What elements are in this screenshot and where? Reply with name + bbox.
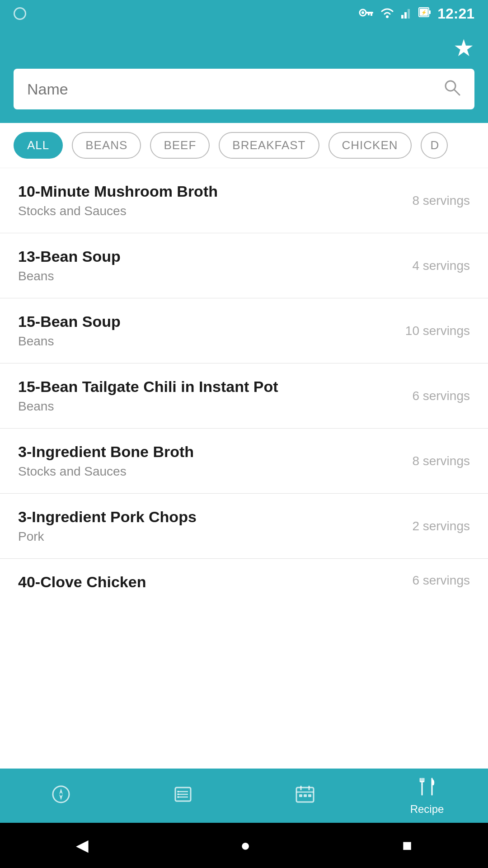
recent-button[interactable]: ■ <box>402 836 412 855</box>
back-button[interactable]: ◀ <box>76 836 89 855</box>
nav-item-calendar[interactable] <box>278 784 332 808</box>
svg-point-22 <box>177 791 179 793</box>
recipe-servings: 4 servings <box>403 259 470 273</box>
recipe-info: 10-Minute Mushroom Broth Stocks and Sauc… <box>18 183 403 218</box>
home-button[interactable]: ● <box>240 836 250 855</box>
calendar-icon <box>295 784 315 808</box>
list-icon <box>173 784 193 808</box>
recipe-name: 15-Bean Tailgate Chili in Instant Pot <box>18 378 403 396</box>
recipe-info: 13-Bean Soup Beans <box>18 248 403 283</box>
recipe-category: Beans <box>18 334 396 349</box>
filter-chip-beans[interactable]: BEANS <box>72 132 141 159</box>
recipe-info: 15-Bean Tailgate Chili in Instant Pot Be… <box>18 378 403 414</box>
table-row[interactable]: 10-Minute Mushroom Broth Stocks and Sauc… <box>0 168 488 233</box>
recipe-name: 10-Minute Mushroom Broth <box>18 183 403 200</box>
filter-chip-chicken[interactable]: CHICKEN <box>328 132 412 159</box>
table-row[interactable]: 15-Bean Soup Beans 10 servings <box>0 298 488 363</box>
table-row[interactable]: 13-Bean Soup Beans 4 servings <box>0 233 488 298</box>
nav-item-list[interactable] <box>156 784 210 808</box>
recipe-servings-partial: 6 servings <box>403 573 470 588</box>
recipe-servings: 10 servings <box>396 324 470 338</box>
filter-chip-breakfast[interactable]: BREAKFAST <box>219 132 319 159</box>
recipe-info: 3-Ingredient Pork Chops Pork <box>18 508 403 544</box>
vpn-key-icon <box>359 7 373 21</box>
recipe-info: 15-Bean Soup Beans <box>18 313 396 349</box>
table-row[interactable]: 3-Ingredient Bone Broth Stocks and Sauce… <box>0 429 488 494</box>
recipe-category: Stocks and Sauces <box>18 464 403 479</box>
header: ★ <box>0 27 488 123</box>
recipe-info: 3-Ingredient Bone Broth Stocks and Sauce… <box>18 443 403 479</box>
svg-line-14 <box>455 90 460 95</box>
status-left <box>14 7 26 20</box>
recipe-name: 15-Bean Soup <box>18 313 396 330</box>
recipe-name: 3-Ingredient Pork Chops <box>18 508 403 526</box>
recipe-name-partial: 40-Clove Chicken <box>18 573 146 591</box>
svg-rect-31 <box>308 794 311 797</box>
filter-chip-beef[interactable]: BEEF <box>150 132 210 159</box>
svg-text:⚡: ⚡ <box>421 9 427 15</box>
nav-label-recipe: Recipe <box>410 803 444 816</box>
recipe-category: Stocks and Sauces <box>18 204 403 218</box>
svg-point-23 <box>177 793 179 795</box>
svg-point-24 <box>177 796 179 798</box>
table-row[interactable]: 3-Ingredient Pork Chops Pork 2 servings <box>0 494 488 559</box>
svg-rect-6 <box>401 15 404 19</box>
nav-item-explore[interactable] <box>34 784 88 808</box>
status-bar: ⚡ 12:21 <box>0 0 488 27</box>
recipe-list: 10-Minute Mushroom Broth Stocks and Sauc… <box>0 168 488 599</box>
recipe-name: 3-Ingredient Bone Broth <box>18 443 403 461</box>
nav-item-recipe[interactable]: Recipe <box>400 776 454 816</box>
svg-point-1 <box>361 11 364 14</box>
svg-marker-16 <box>59 788 63 794</box>
status-indicator <box>14 7 26 20</box>
search-input[interactable] <box>27 80 443 98</box>
filter-bar: ALL BEANS BEEF BREAKFAST CHICKEN D <box>0 123 488 168</box>
svg-rect-10 <box>429 10 431 14</box>
svg-point-13 <box>446 81 455 91</box>
svg-rect-30 <box>304 794 307 797</box>
recipe-name: 13-Bean Soup <box>18 248 403 265</box>
filter-chip-more[interactable]: D <box>421 132 448 159</box>
battery-icon: ⚡ <box>418 6 431 22</box>
recipe-servings: 6 servings <box>403 389 470 403</box>
bottom-nav: Recipe <box>0 769 488 823</box>
android-nav-bar: ◀ ● ■ <box>0 823 488 868</box>
recipe-servings: 8 servings <box>403 193 470 208</box>
filter-chip-all[interactable]: ALL <box>14 132 63 159</box>
svg-point-5 <box>386 15 389 18</box>
compass-icon <box>51 784 71 808</box>
search-bar[interactable] <box>14 69 474 109</box>
svg-marker-17 <box>59 794 63 800</box>
recipe-servings: 2 servings <box>403 519 470 533</box>
wifi-icon <box>380 6 395 22</box>
svg-rect-2 <box>366 12 373 14</box>
recipe-category: Pork <box>18 529 403 544</box>
recipe-servings: 8 servings <box>403 454 470 468</box>
table-row[interactable]: 15-Bean Tailgate Chili in Instant Pot Be… <box>0 363 488 429</box>
svg-rect-4 <box>368 14 370 15</box>
signal-icon <box>401 6 412 22</box>
recipe-icon <box>417 776 437 800</box>
svg-rect-29 <box>299 794 302 797</box>
search-icon <box>443 78 461 100</box>
svg-rect-3 <box>371 14 372 16</box>
header-top: ★ <box>14 36 474 60</box>
svg-rect-8 <box>408 9 410 19</box>
recipe-category: Beans <box>18 269 403 283</box>
status-right: ⚡ 12:21 <box>359 5 474 22</box>
favorite-star-icon[interactable]: ★ <box>453 36 474 60</box>
table-row-partial[interactable]: 40-Clove Chicken 6 servings <box>0 559 488 599</box>
recipe-category: Beans <box>18 399 403 414</box>
status-time: 12:21 <box>437 5 474 22</box>
svg-rect-7 <box>404 12 407 19</box>
